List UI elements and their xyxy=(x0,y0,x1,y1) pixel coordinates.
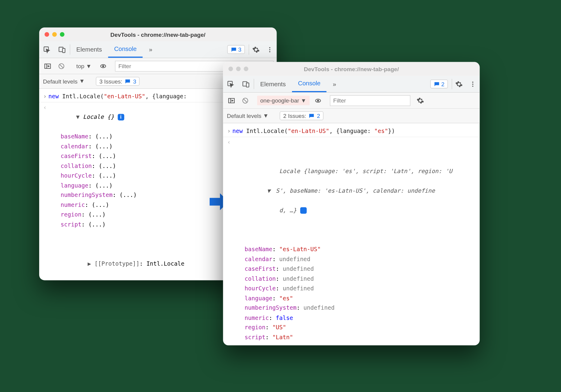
tab-elements[interactable]: Elements xyxy=(254,76,292,92)
svg-point-4 xyxy=(269,49,271,50)
device-toggle-icon[interactable] xyxy=(238,76,254,92)
levels-selector[interactable]: Default levels ▼ xyxy=(227,112,269,119)
info-icon[interactable]: i xyxy=(300,207,306,214)
disclosure-triangle-icon[interactable]: ▶ xyxy=(87,259,91,269)
messages-badge[interactable]: 3 xyxy=(227,45,245,54)
levels-bar: Default levels ▼ 2 Issues: 2 xyxy=(223,109,480,123)
property-row[interactable]: region: "US" xyxy=(245,323,476,332)
console-output[interactable]: › new Intl.Locale("en-Latn-US", {languag… xyxy=(223,123,480,346)
svg-point-13 xyxy=(472,81,474,83)
tab-elements[interactable]: Elements xyxy=(70,41,108,58)
property-row[interactable]: language: "es" xyxy=(245,293,476,303)
kebab-menu-icon[interactable] xyxy=(466,76,480,92)
tab-overflow[interactable]: » xyxy=(143,41,158,58)
input-code: new Intl.Locale("en-Latn-US", {language:… xyxy=(232,126,476,136)
chevron-down-icon: ▼ xyxy=(79,78,85,84)
property-row[interactable]: numberingSystem: undefined xyxy=(245,303,476,313)
chevron-left-icon: ‹ xyxy=(225,137,232,345)
svg-point-14 xyxy=(472,84,474,85)
clear-console-icon[interactable] xyxy=(56,62,67,70)
zoom-dot-icon[interactable] xyxy=(244,67,248,71)
context-selector[interactable]: top ▼ xyxy=(73,61,95,71)
issues-count: 2 xyxy=(317,112,320,119)
chevron-down-icon: ▼ xyxy=(263,112,269,119)
chevron-right-icon: › xyxy=(225,126,232,136)
minimize-dot-icon[interactable] xyxy=(52,32,57,36)
titlebar: DevTools - chrome://new-tab-page/ xyxy=(39,27,277,41)
context-label: top xyxy=(76,63,84,69)
property-row[interactable]: caseFirst: undefined xyxy=(245,264,476,274)
titlebar: DevTools - chrome://new-tab-page/ xyxy=(223,62,480,76)
chevron-left-icon: ‹ xyxy=(42,103,49,280)
svg-rect-2 xyxy=(62,48,65,52)
minimize-dot-icon[interactable] xyxy=(236,67,241,71)
settings-icon[interactable] xyxy=(249,41,263,58)
console-output-row: ‹ Locale {language: 'es', script: 'Latn'… xyxy=(223,137,480,346)
issues-label: 2 Issues: xyxy=(283,112,306,119)
filter-input[interactable] xyxy=(330,95,410,106)
issues-count: 3 xyxy=(133,78,136,85)
tab-overflow[interactable]: » xyxy=(327,76,342,92)
tab-console[interactable]: Console xyxy=(108,41,143,58)
chevron-right-icon: › xyxy=(42,92,49,102)
property-row[interactable]: calendar: undefined xyxy=(245,254,476,264)
settings-icon[interactable] xyxy=(452,76,466,92)
console-settings-icon[interactable] xyxy=(413,96,427,104)
tab-bar: Elements Console » 2 xyxy=(223,76,480,93)
sidebar-toggle-icon[interactable] xyxy=(226,96,237,104)
context-selector[interactable]: one-google-bar ▼ xyxy=(257,96,309,105)
console-input-row: › new Intl.Locale("en-Latn-US", {languag… xyxy=(223,125,480,136)
property-row[interactable]: baseName: "es-Latn-US" xyxy=(245,245,476,254)
messages-count: 3 xyxy=(238,46,242,53)
chevron-down-icon: ▼ xyxy=(301,97,306,104)
messages-count: 2 xyxy=(441,81,445,87)
window-controls[interactable] xyxy=(45,32,65,36)
zoom-dot-icon[interactable] xyxy=(60,32,64,36)
sidebar-toggle-icon[interactable] xyxy=(42,62,53,70)
clear-console-icon[interactable] xyxy=(240,96,251,104)
svg-point-5 xyxy=(269,51,271,52)
svg-rect-12 xyxy=(246,83,249,87)
property-row[interactable]: hourCycle: undefined xyxy=(245,284,476,293)
filter-bar: one-google-bar ▼ xyxy=(223,93,480,109)
svg-point-3 xyxy=(269,47,271,48)
svg-point-19 xyxy=(317,100,319,101)
window-title: DevTools - chrome://new-tab-page/ xyxy=(110,31,205,38)
close-dot-icon[interactable] xyxy=(228,67,233,71)
context-label: one-google-bar xyxy=(260,97,299,104)
window-controls[interactable] xyxy=(228,67,248,71)
tab-console[interactable]: Console xyxy=(292,76,327,92)
property-row[interactable]: numeric: false xyxy=(245,313,476,323)
devtools-window-after: DevTools - chrome://new-tab-page/ Elemen… xyxy=(223,62,480,345)
inspect-icon[interactable] xyxy=(223,76,239,92)
device-toggle-icon[interactable] xyxy=(55,41,70,58)
property-row[interactable]: script: "Latn" xyxy=(245,333,476,342)
info-icon[interactable]: i xyxy=(118,114,124,121)
issues-button[interactable]: 2 Issues: 2 xyxy=(280,111,324,120)
kebab-menu-icon[interactable] xyxy=(263,41,277,58)
issues-button[interactable]: 3 Issues: 3 xyxy=(96,77,140,86)
live-expression-icon[interactable] xyxy=(312,96,323,104)
svg-point-9 xyxy=(102,65,104,67)
window-title: DevTools - chrome://new-tab-page/ xyxy=(304,66,399,72)
object-summary[interactable]: Locale {language: 'es', script: 'Latn', … xyxy=(232,137,476,345)
messages-badge[interactable]: 2 xyxy=(430,80,448,88)
chevron-down-icon: ▼ xyxy=(86,63,92,69)
levels-selector[interactable]: Default levels ▼ xyxy=(43,78,85,85)
property-row[interactable]: collation: undefined xyxy=(245,274,476,283)
disclosure-triangle-icon[interactable]: ▼ xyxy=(76,112,79,122)
issues-label: 3 Issues: xyxy=(99,78,122,85)
close-dot-icon[interactable] xyxy=(45,32,49,36)
tab-bar: Elements Console » 3 xyxy=(39,41,277,58)
svg-point-15 xyxy=(472,85,474,87)
inspect-icon[interactable] xyxy=(39,41,55,58)
live-expression-icon[interactable] xyxy=(98,62,109,70)
